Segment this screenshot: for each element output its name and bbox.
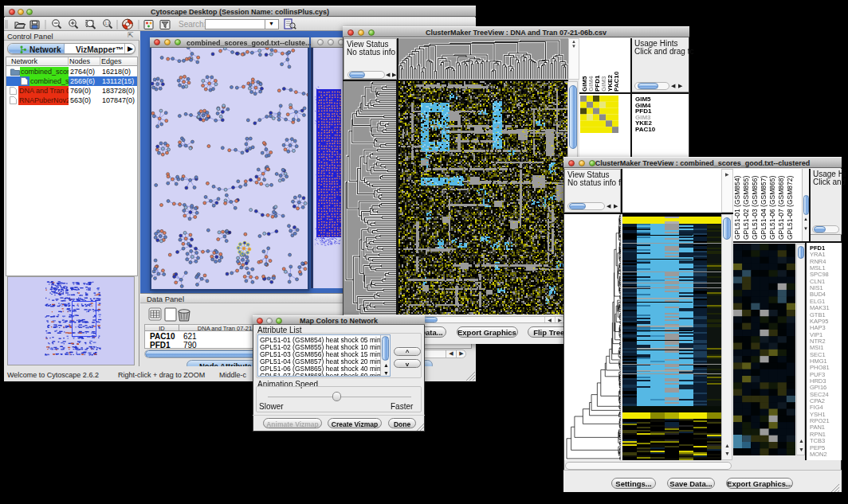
svg-text:GPL51-04 (GSM857): GPL51-04 (GSM857)	[760, 176, 768, 240]
svg-text:GPL51-07 (GSM868): GPL51-07 (GSM868)	[777, 176, 785, 240]
svg-text:1:1: 1:1	[105, 21, 111, 25]
svg-text:GPL51-02 (GSM855): GPL51-02 (GSM855)	[742, 176, 750, 240]
svg-text:GPL51-03 (GSM856): GPL51-03 (GSM856)	[751, 176, 759, 240]
svg-text:GPL51-06 (GSM865): GPL51-06 (GSM865)	[768, 176, 776, 240]
svg-text:PAC10: PAC10	[613, 71, 620, 92]
svg-text:GPL51-08 (GSM872): GPL51-08 (GSM872)	[786, 176, 794, 240]
svg-text:GPL51-01 (GSM854): GPL51-01 (GSM854)	[733, 176, 741, 240]
